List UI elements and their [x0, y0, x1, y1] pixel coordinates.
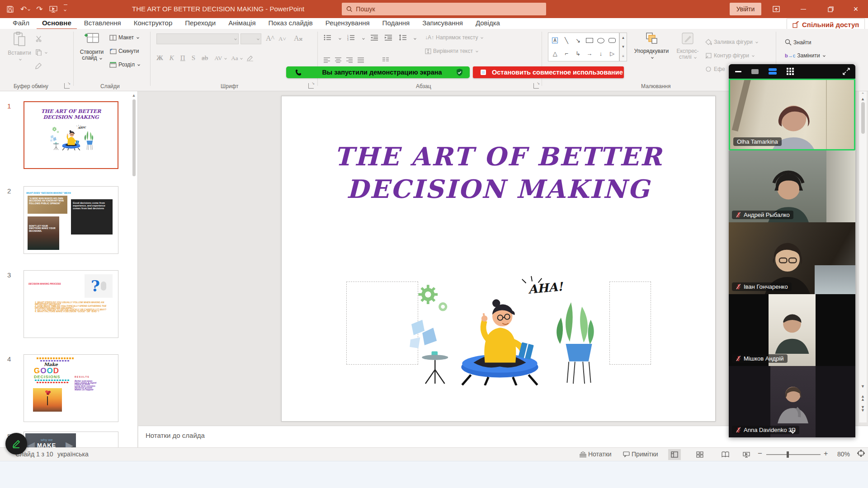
- zoom-slider-thumb[interactable]: [787, 451, 789, 458]
- paste-button[interactable]: Вставити: [5, 32, 33, 62]
- zoom-annotation-button[interactable]: [5, 433, 27, 455]
- tab-transitions[interactable]: Переходи: [179, 18, 221, 28]
- video-tile-anna[interactable]: Anna Davidenko 3Р: [729, 366, 855, 437]
- expand-panel-icon[interactable]: [843, 68, 850, 75]
- numbering-button[interactable]: 123: [347, 34, 355, 42]
- align-text-button[interactable]: Вирівняти текст: [425, 48, 478, 54]
- slide-sorter-view-button[interactable]: [693, 449, 706, 460]
- tab-record[interactable]: Записування: [417, 18, 468, 28]
- reading-view-button[interactable]: [719, 449, 731, 460]
- gallery-view-icon[interactable]: [787, 68, 794, 75]
- text-shadow-button[interactable]: S: [192, 54, 195, 62]
- font-size-combo[interactable]: [241, 33, 261, 44]
- elbow-arrow-shape-icon[interactable]: ↳: [576, 50, 580, 57]
- customize-qat-icon[interactable]: [64, 5, 67, 14]
- decrease-indent-icon[interactable]: [371, 34, 378, 42]
- shapes-gallery-scroll[interactable]: ▲▼≡: [619, 33, 627, 61]
- new-slide-button[interactable]: Створитислайд: [78, 32, 106, 61]
- text-direction-button[interactable]: ↓A↑Напрямок тексту: [425, 34, 483, 41]
- redo-icon[interactable]: ↷: [36, 5, 42, 14]
- search-input[interactable]: [356, 5, 542, 13]
- cut-icon[interactable]: [35, 35, 42, 42]
- bullets-button[interactable]: [324, 34, 331, 42]
- textbox-shape-icon[interactable]: А: [552, 38, 558, 43]
- character-spacing-button[interactable]: AV: [214, 55, 222, 62]
- start-slideshow-icon[interactable]: [49, 5, 57, 13]
- down-arrow-shape-icon[interactable]: ↓: [599, 50, 603, 57]
- change-case-button[interactable]: Aa: [231, 55, 238, 62]
- increase-indent-icon[interactable]: [385, 34, 392, 42]
- clear-formatting-icon[interactable]: A𝄪: [294, 34, 302, 42]
- align-right-icon[interactable]: [346, 57, 353, 64]
- tab-design[interactable]: Конструктор: [128, 18, 178, 28]
- tab-slideshow[interactable]: Показ слайдів: [263, 18, 318, 28]
- strikethrough-button[interactable]: ab: [202, 54, 208, 62]
- paragraph-dialog-launcher[interactable]: [533, 83, 539, 89]
- italic-button[interactable]: К: [170, 54, 174, 62]
- minimize-button[interactable]: [792, 0, 815, 18]
- collapse-ribbon-icon[interactable]: ⌃: [859, 92, 867, 97]
- zoom-level[interactable]: 80%: [837, 450, 850, 458]
- line-spacing-button[interactable]: [399, 34, 406, 42]
- tab-view[interactable]: Подання: [377, 18, 415, 28]
- tab-help[interactable]: Довідка: [470, 18, 505, 28]
- align-center-icon[interactable]: [335, 57, 342, 64]
- tab-insert[interactable]: Вставлення: [79, 18, 127, 28]
- reset-button[interactable]: Скинути: [109, 48, 139, 54]
- save-icon[interactable]: [6, 5, 14, 13]
- ribbon-display-options-button[interactable]: [765, 0, 788, 18]
- ellipse-shape-icon[interactable]: [597, 38, 604, 43]
- columns-icon[interactable]: [382, 57, 389, 64]
- copy-icon[interactable]: [35, 49, 47, 56]
- line-shape-icon[interactable]: ╲: [565, 37, 568, 44]
- bold-button[interactable]: Ж: [156, 54, 163, 62]
- strip-view-icon[interactable]: [769, 68, 777, 75]
- replace-button[interactable]: b→cЗамінити: [785, 52, 825, 59]
- font-name-combo[interactable]: [156, 33, 239, 44]
- highlight-color-icon[interactable]: [247, 55, 254, 61]
- right-placeholder[interactable]: [609, 282, 651, 365]
- restore-button[interactable]: [819, 0, 842, 18]
- clipboard-dialog-launcher[interactable]: [64, 83, 70, 89]
- tab-home[interactable]: Основне: [37, 18, 77, 30]
- comments-toggle[interactable]: Примітки: [623, 450, 658, 458]
- language-indicator[interactable]: українська: [57, 450, 89, 458]
- previous-slide-button[interactable]: ▲▲: [859, 395, 867, 401]
- slide-thumbnail-2[interactable]: WHAT DOES “DECISION MAKING” MEAN “A WISE…: [24, 186, 118, 254]
- slide-thumbnail-3[interactable]: DECISION MAKING PROCESS ? 1. WHAT STEPS …: [24, 270, 118, 338]
- find-button[interactable]: Знайти: [785, 39, 811, 46]
- align-left-icon[interactable]: [324, 57, 330, 64]
- rounded-rect-shape-icon[interactable]: [609, 38, 616, 43]
- format-painter-icon[interactable]: [35, 62, 42, 69]
- undo-icon[interactable]: ↶: [20, 5, 30, 14]
- zoom-out-button[interactable]: −: [758, 449, 762, 458]
- elbow-shape-icon[interactable]: ⌐: [565, 50, 568, 57]
- next-slide-button[interactable]: ▼▼: [859, 406, 867, 412]
- tab-review[interactable]: Рецензування: [320, 18, 375, 28]
- rectangle-shape-icon[interactable]: [586, 38, 593, 43]
- close-button[interactable]: ×: [844, 0, 867, 18]
- layout-button[interactable]: Макет: [109, 34, 139, 41]
- tab-file[interactable]: Файл: [7, 18, 35, 28]
- arrow-shape-icon[interactable]: ↘: [576, 37, 580, 44]
- slide-title-line2[interactable]: DECISION MAKING: [282, 174, 715, 204]
- shapes-gallery[interactable]: А ╲ ↘ △ ⌐ ↳ → ↓ ▷: [548, 33, 619, 61]
- arrange-button[interactable]: Упорядкувати: [631, 32, 672, 60]
- notes-toggle[interactable]: Нотатки: [580, 450, 612, 458]
- zoom-minimize-icon[interactable]: [735, 71, 741, 72]
- sign-in-button[interactable]: Увійти: [730, 3, 761, 15]
- slide-canvas[interactable]: THE ART OF BETTER DECISION MAKING: [281, 96, 716, 422]
- increase-font-icon[interactable]: A^: [266, 34, 274, 42]
- zoom-slider-track[interactable]: [766, 454, 821, 455]
- stop-share-banner[interactable]: Остановить совместное использование: [473, 66, 624, 78]
- video-tile-mishkov[interactable]: Мішков Андрій: [729, 294, 855, 366]
- slide-thumbnail-1[interactable]: THE ART OF BETTER DECISION MAKING: [24, 101, 118, 169]
- speaker-view-icon[interactable]: [751, 69, 759, 74]
- right-arrow-shape-icon[interactable]: →: [586, 50, 592, 57]
- callout-shape-icon[interactable]: ▷: [610, 50, 614, 57]
- slide-thumbnail-4[interactable]: Make GOOD DECISIONS R E S U L T S Better…: [24, 354, 118, 422]
- decrease-font-icon[interactable]: A˅: [278, 35, 286, 42]
- video-tile-olha[interactable]: Olha Tamarkina: [729, 79, 855, 150]
- font-dialog-launcher[interactable]: [308, 83, 314, 89]
- tab-animations[interactable]: Анімація: [223, 18, 261, 28]
